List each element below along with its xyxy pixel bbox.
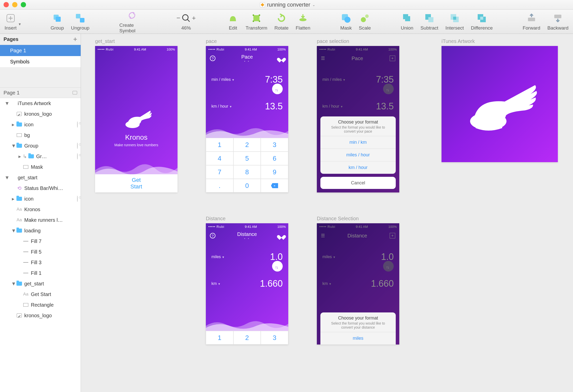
swap-icon (272, 261, 283, 272)
app-subtitle: Make runners love numbers (95, 143, 178, 147)
dropdown-arrow-icon[interactable]: ▾ (19, 22, 21, 27)
minimize-window-button[interactable] (12, 2, 17, 7)
layer-row[interactable]: Rectangle (0, 300, 81, 310)
forward-button[interactable]: Forward (523, 13, 540, 31)
zoom-window-button[interactable] (21, 2, 26, 7)
layer-row[interactable]: AaMake runners l… (0, 215, 81, 225)
page-item[interactable]: Page 1 (0, 45, 81, 56)
layer-row[interactable]: ▼Group (0, 140, 81, 151)
layer-row[interactable]: Fill 3 (0, 257, 81, 268)
backward-button[interactable]: Backward (547, 13, 568, 31)
layer-row[interactable]: ▸icon (0, 193, 81, 204)
ungroup-button[interactable]: Ungroup (71, 13, 90, 31)
add-page-button[interactable]: + (73, 35, 77, 43)
key: 2 (233, 331, 261, 345)
svg-point-26 (125, 121, 140, 128)
action-sheet: Choose your format Select the format you… (320, 116, 396, 174)
artboard-overview-icon[interactable] (73, 91, 77, 94)
svg-point-10 (259, 20, 260, 22)
help-icon: ? (210, 56, 215, 61)
union-button[interactable]: Union (401, 13, 413, 31)
layer-row[interactable]: Fill 5 (0, 247, 81, 257)
visibility-toggle[interactable] (77, 143, 78, 149)
insert-button[interactable]: Insert (5, 13, 17, 31)
svg-rect-4 (80, 18, 84, 22)
flatten-button[interactable]: Flatten (296, 13, 310, 31)
document-title: running converter ⌄ (26, 2, 549, 8)
scale-button[interactable]: Scale (359, 13, 371, 31)
key: . (206, 179, 233, 192)
help-icon: ? (210, 233, 215, 238)
sheet-option: min / km (320, 136, 396, 149)
close-window-button[interactable] (4, 2, 9, 7)
mask-button[interactable]: Mask (340, 13, 352, 31)
artboard-label[interactable]: Distance Selection (317, 216, 359, 222)
artboard-label[interactable]: pace selection (317, 38, 349, 44)
artboard-label[interactable]: pace (206, 38, 217, 44)
artboard-label[interactable]: iTunes Artwork (442, 38, 475, 44)
transform-button[interactable]: Transform (246, 13, 267, 31)
zoom-control[interactable]: −+ 46% (175, 13, 197, 31)
layer-row[interactable]: ▼get_start (0, 278, 81, 289)
chevron-down-icon[interactable]: ⌄ (312, 3, 315, 7)
sheet-subtitle: Select the format you would like to conv… (320, 125, 396, 136)
page-item[interactable]: Symbols (0, 56, 81, 67)
toolbar: Insert ▾ Group Ungroup Create Symbol −+ … (0, 10, 573, 34)
layer-row[interactable]: Mask (0, 162, 81, 172)
layer-row[interactable]: ▸↳Gr… (0, 151, 81, 162)
left-sidebar: Pages + Page 1 Symbols Page 1 ▼iTunes Ar… (0, 34, 81, 392)
visibility-toggle[interactable] (77, 196, 78, 202)
key: 7 (206, 165, 233, 179)
canvas[interactable]: get_start ••••• Rubi 9:41 AM 100% Kronos… (81, 34, 573, 392)
artboard-pace[interactable]: ••••• Rubi9:41 AM100% ? Pace• • min / mi… (206, 46, 288, 192)
sheet-cancel-button: Cancel (320, 177, 396, 189)
key: 0 (233, 179, 261, 192)
numeric-keypad: 1 2 3 (206, 331, 288, 345)
action-sheet: Choose your format Select the format you… (320, 312, 396, 345)
artboard-distance-selection[interactable]: ••••• Rubi9:41 AM100% ☰Distance+ miles▼1… (317, 223, 399, 345)
artboard-get-start[interactable]: ••••• Rubi 9:41 AM 100% Kronos Make runn… (95, 46, 178, 192)
artboard-distance[interactable]: ••••• Rubi9:41 AM100% ?Distance• • miles… (206, 223, 288, 345)
layer-row[interactable]: Fill 1 (0, 268, 81, 278)
add-icon: + (390, 233, 395, 238)
rotate-button[interactable]: Rotate (274, 13, 289, 31)
key: × (261, 179, 288, 192)
key: 1 (206, 138, 233, 152)
visibility-toggle[interactable] (77, 122, 78, 128)
app-title: Kronos (95, 133, 178, 141)
layer-row[interactable]: AaGet Start (0, 289, 81, 300)
artboard-pace-selection[interactable]: ••••• Rubi9:41 AM100% ☰Pace+ min / miles… (317, 46, 399, 192)
layer-row[interactable]: ▸icon (0, 119, 81, 130)
difference-button[interactable]: Difference (471, 13, 493, 31)
layer-row[interactable]: kronos_logo (0, 109, 81, 119)
subtract-button[interactable]: Subtract (421, 13, 438, 31)
layer-row[interactable]: ▼loading (0, 225, 81, 236)
create-symbol-button[interactable]: Create Symbol (119, 10, 145, 34)
key: 5 (233, 152, 261, 165)
layer-row[interactable]: Fill 7 (0, 236, 81, 247)
section-header-label: Page 1 (4, 90, 19, 96)
group-button[interactable]: Group (51, 13, 64, 31)
layer-row[interactable]: bg (0, 130, 81, 140)
svg-point-13 (344, 17, 350, 23)
visibility-toggle[interactable] (77, 154, 78, 159)
key: 4 (206, 152, 233, 165)
artboard-itunes-artwork[interactable] (442, 46, 558, 162)
layer-row[interactable]: kronos_logo (0, 310, 81, 321)
layer-tree: ▼iTunes Artworkkronos_logo▸iconbg▼Group▸… (0, 98, 81, 392)
layer-row[interactable]: ▼iTunes Artwork (0, 98, 81, 109)
layer-row[interactable]: ▼get_start (0, 172, 81, 183)
layer-row[interactable]: ⟲Status Bar/Whi… (0, 183, 81, 193)
status-bar: ••••• Rubi 9:41 AM 100% (95, 46, 178, 53)
intersect-button[interactable]: Intersect (445, 13, 464, 31)
pace-value-1: 7:35 (265, 74, 283, 85)
artboard-label[interactable]: get_start (95, 38, 115, 44)
pages-panel-header: Pages + (0, 34, 81, 45)
svg-rect-25 (554, 15, 561, 18)
layer-row[interactable]: AaKronos (0, 204, 81, 215)
svg-point-11 (299, 18, 306, 21)
document-icon (260, 2, 265, 7)
svg-point-8 (259, 14, 260, 16)
edit-button[interactable]: Edit (227, 13, 238, 31)
artboard-label[interactable]: Distance (206, 216, 226, 222)
